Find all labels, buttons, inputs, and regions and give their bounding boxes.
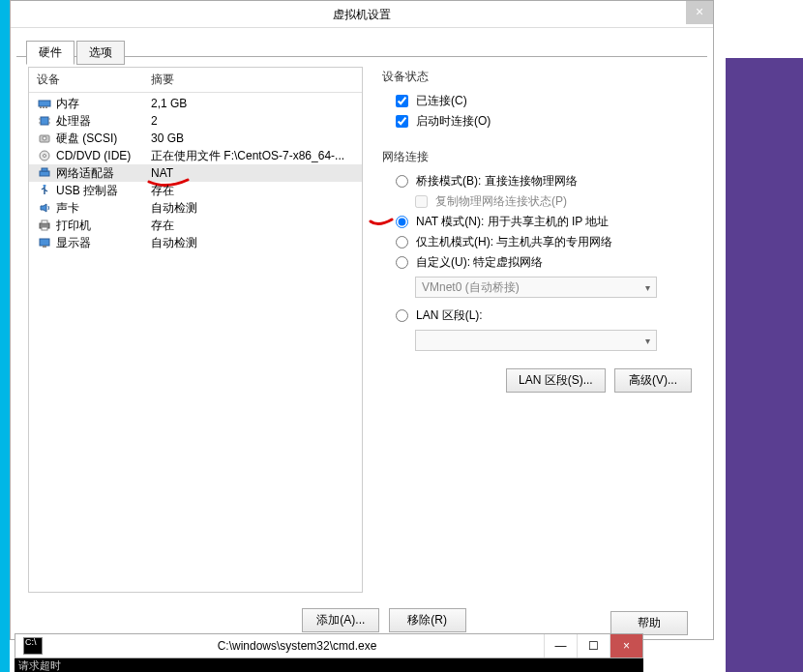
label-bridge: 桥接模式(B): 直接连接物理网络 [416,173,578,190]
checkbox-connect-on-start[interactable] [396,115,408,128]
device-row-net[interactable]: 网络适配器NAT [29,164,362,182]
device-summary: 自动检测 [151,200,197,217]
svg-rect-14 [42,168,47,171]
svg-rect-13 [40,171,49,176]
label-replicate: 复制物理网络连接状态(P) [435,193,567,210]
cmd-close-button[interactable]: × [610,634,642,657]
row-nat[interactable]: NAT 模式(N): 用于共享主机的 IP 地址 [382,212,696,232]
row-custom[interactable]: 自定义(U): 特定虚拟网络 [382,252,696,273]
red-annotation-icon [369,212,394,227]
close-button[interactable]: × [686,1,713,24]
row-connected[interactable]: 已连接(C) [382,91,696,111]
device-name: 处理器 [56,113,151,130]
remove-button[interactable]: 移除(R) [389,608,466,632]
svg-rect-17 [42,220,47,223]
titlebar: 虚拟机设置 × [11,1,713,28]
svg-rect-20 [43,246,46,248]
cmd-window-titlebar: C:\ C:\windows\system32\cmd.exe — ☐ × [15,633,643,658]
svg-point-10 [43,136,46,140]
svg-rect-1 [40,106,42,108]
net-icon [37,166,52,180]
cmd-minimize-button[interactable]: — [544,634,577,657]
device-summary: 存在 [151,218,174,234]
device-summary: 正在使用文件 F:\CentOS-7-x86_64-... [151,148,344,164]
label-lan: LAN 区段(L): [416,307,483,324]
device-summary: 2,1 GB [151,97,187,110]
chevron-down-icon: ▾ [645,282,650,293]
cd-icon [37,149,52,162]
group-device-status: 设备状态 [382,69,696,85]
device-list: 设备 摘要 内存2,1 GB处理器2硬盘 (SCSI)30 GBCD/DVD (… [28,67,363,593]
details-panel: 设备状态 已连接(C) 启动时连接(O) 网络连接 桥接模式(B): 直接连接物… [382,67,696,593]
row-lan[interactable]: LAN 区段(L): [382,306,696,326]
checkbox-replicate [415,195,428,208]
row-replicate: 复制物理网络连接状态(P) [382,191,696,212]
device-row-memory[interactable]: 内存2,1 GB [29,95,362,112]
svg-rect-18 [42,227,47,230]
usb-icon [37,184,52,197]
label-connected: 已连接(C) [416,93,467,109]
device-summary: NAT [151,166,173,180]
radio-hostonly[interactable] [396,236,408,248]
device-name: USB 控制器 [56,183,151,199]
dialog-title: 虚拟机设置 [333,8,391,21]
radio-bridge[interactable] [396,175,408,188]
checkbox-connected[interactable] [396,95,408,107]
disk-icon [37,131,52,145]
advanced-button[interactable]: 高级(V)... [614,368,692,393]
device-name: 打印机 [56,218,151,234]
device-row-cd[interactable]: CD/DVD (IDE)正在使用文件 F:\CentOS-7-x86_64-..… [29,147,362,164]
tab-hardware[interactable]: 硬件 [26,41,74,65]
label-custom: 自定义(U): 特定虚拟网络 [416,254,543,271]
label-nat: NAT 模式(N): 用于共享主机的 IP 地址 [416,214,609,230]
device-name: 硬盘 (SCSI) [56,131,151,147]
col-device: 设备 [37,72,151,88]
row-connect-on-start[interactable]: 启动时连接(O) [382,111,696,131]
device-row-disk[interactable]: 硬盘 (SCSI)30 GB [29,130,362,147]
tab-options[interactable]: 选项 [76,41,125,65]
svg-rect-3 [45,106,47,108]
row-hostonly[interactable]: 仅主机模式(H): 与主机共享的专用网络 [382,232,696,252]
printer-icon [37,219,52,232]
dropdown-custom-vmnet: VMnet0 (自动桥接) ▾ [415,277,657,298]
device-row-cpu[interactable]: 处理器2 [29,112,362,130]
device-row-sound[interactable]: 声卡自动检测 [29,199,362,217]
tab-strip: 硬件 选项 [16,32,707,57]
add-button[interactable]: 添加(A)... [302,608,379,632]
cmd-maximize-button[interactable]: ☐ [577,634,610,657]
display-icon [37,236,52,249]
radio-nat[interactable] [396,216,408,228]
svg-point-12 [44,155,46,158]
radio-custom[interactable] [396,256,408,269]
cmd-icon: C:\ [23,637,43,655]
device-row-printer[interactable]: 打印机存在 [29,217,362,234]
device-summary: 存在 [151,183,174,199]
device-row-usb[interactable]: USB 控制器存在 [29,182,362,199]
help-button[interactable]: 帮助 [610,611,688,635]
cpu-icon [37,114,52,128]
column-headers: 设备 摘要 [29,68,362,93]
label-connect-on-start: 启动时连接(O) [416,113,491,130]
device-name: 显示器 [56,235,151,251]
svg-rect-0 [39,101,50,106]
device-name: 网络适配器 [56,165,151,182]
memory-icon [37,97,52,110]
cmd-title: C:\windows\system32\cmd.exe [50,639,544,653]
device-row-display[interactable]: 显示器自动检测 [29,234,362,251]
svg-rect-19 [40,239,49,246]
svg-point-15 [44,185,46,188]
lan-segments-button[interactable]: LAN 区段(S)... [506,368,606,393]
sound-icon [37,201,52,215]
label-hostonly: 仅主机模式(H): 与主机共享的专用网络 [416,234,612,250]
dropdown-custom-value: VMnet0 (自动桥接) [422,279,520,296]
group-network: 网络连接 [382,149,696,165]
vm-settings-dialog: 虚拟机设置 × 硬件 选项 设备 摘要 内存2,1 GB处理器2硬盘 (SCSI… [10,0,714,640]
device-name: CD/DVD (IDE) [56,149,151,162]
device-summary: 30 GB [151,131,184,145]
radio-lan[interactable] [396,309,408,322]
device-summary: 自动检测 [151,235,197,251]
row-bridge[interactable]: 桥接模式(B): 直接连接物理网络 [382,171,696,191]
device-name: 内存 [56,96,151,112]
svg-rect-4 [41,117,48,125]
col-summary: 摘要 [151,72,174,88]
